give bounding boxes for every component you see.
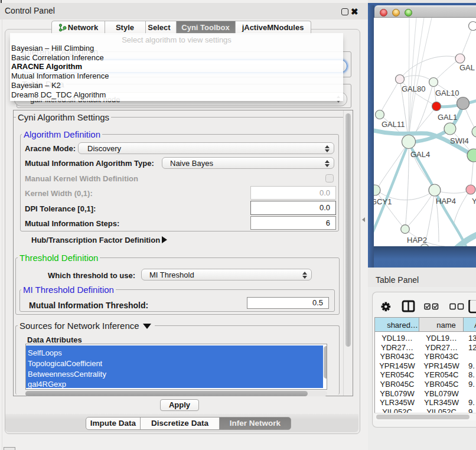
svg-text:GAL10: GAL10 — [435, 89, 459, 97]
svg-text:GAL1: GAL1 — [438, 113, 457, 122]
svg-text:HAP2: HAP2 — [407, 236, 427, 244]
svg-text:HAP4: HAP4 — [436, 197, 456, 206]
svg-text:Y: Y — [472, 197, 476, 206]
svg-text:SWI4: SWI4 — [450, 136, 469, 145]
svg-text:GCY1: GCY1 — [374, 197, 392, 206]
svg-text:GAL4: GAL4 — [410, 150, 430, 159]
svg-text:GAL: GAL — [459, 63, 475, 72]
svg-text:GAL80: GAL80 — [402, 84, 425, 93]
svg-text:GAL11: GAL11 — [382, 120, 405, 129]
